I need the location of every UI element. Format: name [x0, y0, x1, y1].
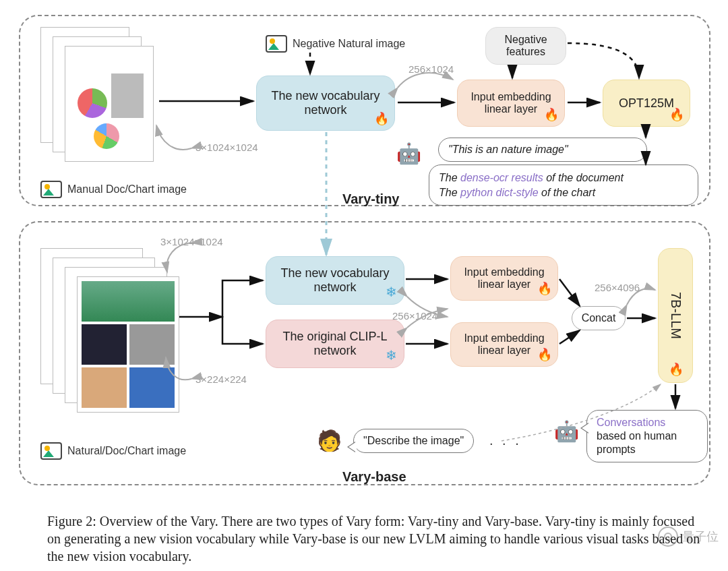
- label-manual-text: Manual Doc/Chart image: [67, 183, 187, 196]
- block-opt125m: OPT125M 🔥: [603, 80, 690, 127]
- output-dict-line: The python dict-style of the chart: [439, 185, 688, 200]
- section-label-base: Vary-base: [342, 469, 406, 485]
- dim-256x4096: 256×4096: [595, 282, 640, 293]
- figure-caption: Figure 2: Overview of the Vary. There ar…: [47, 512, 701, 565]
- flame-icon: 🔥: [668, 362, 683, 377]
- dim-3x1024-base: 3×1024×1024: [160, 236, 223, 247]
- label-natural-text: Natural/Doc/Chart image: [67, 445, 186, 457]
- block-embed-base-a: Input embedding linear layer 🔥: [450, 256, 558, 301]
- prompt-describe: "Describe the image": [353, 429, 474, 453]
- label-negative-natural: Negative Natural image: [266, 35, 405, 53]
- dim-256x1024-base: 256×1024: [392, 310, 437, 322]
- block-negative-features: Negative features: [485, 27, 566, 65]
- block-clip: The original CLIP-L network ❄: [266, 320, 404, 368]
- output-nature-quote: "This is an nature image": [438, 138, 647, 162]
- image-icon: [40, 181, 62, 198]
- flame-icon: 🔥: [544, 107, 559, 122]
- flame-icon: 🔥: [537, 281, 552, 296]
- flame-icon: 🔥: [537, 347, 552, 362]
- snowflake-icon: ❄: [386, 347, 397, 363]
- block-embed-base-b: Input embedding linear layer 🔥: [450, 322, 558, 367]
- robot-icon: 🤖: [554, 419, 579, 443]
- block-embed-tiny: Input embedding linear layer 🔥: [457, 80, 565, 127]
- output-dense-line: The dense-ocr results of the document: [439, 171, 688, 185]
- label-manual-input: Manual Doc/Chart image: [40, 181, 187, 198]
- snowflake-icon: ❄: [386, 284, 397, 300]
- block-new-vocab-base: The new vocabulary network ❄: [266, 256, 404, 305]
- label-natural-input: Natural/Doc/Chart image: [40, 442, 186, 460]
- robot-icon: 🤖: [396, 142, 421, 165]
- block-new-vocab-tiny: The new vocabulary network 🔥: [256, 76, 395, 131]
- flame-icon: 🔥: [374, 111, 389, 126]
- dim-256x1024-tiny: 256×1024: [408, 63, 454, 75]
- block-7b-llm: 7B-LLM 🔥: [658, 248, 693, 383]
- output-dense-box: The dense-ocr results of the document Th…: [429, 164, 698, 206]
- image-icon: [40, 442, 62, 460]
- block-concat: Concat: [572, 306, 626, 330]
- dim-3x224: 3×224×224: [195, 373, 247, 385]
- dim-3x1024-tiny: 3×1024×1024: [195, 142, 258, 153]
- output-conversations: Conversations based on human prompts: [586, 410, 708, 462]
- person-icon: 🧑: [317, 429, 342, 452]
- label-neg-natural-text: Negative Natural image: [293, 38, 405, 50]
- flame-icon: 🔥: [669, 107, 684, 122]
- image-icon: [266, 35, 287, 53]
- section-label-tiny: Vary-tiny: [342, 191, 399, 207]
- ellipsis-dots: · · ·: [489, 435, 522, 451]
